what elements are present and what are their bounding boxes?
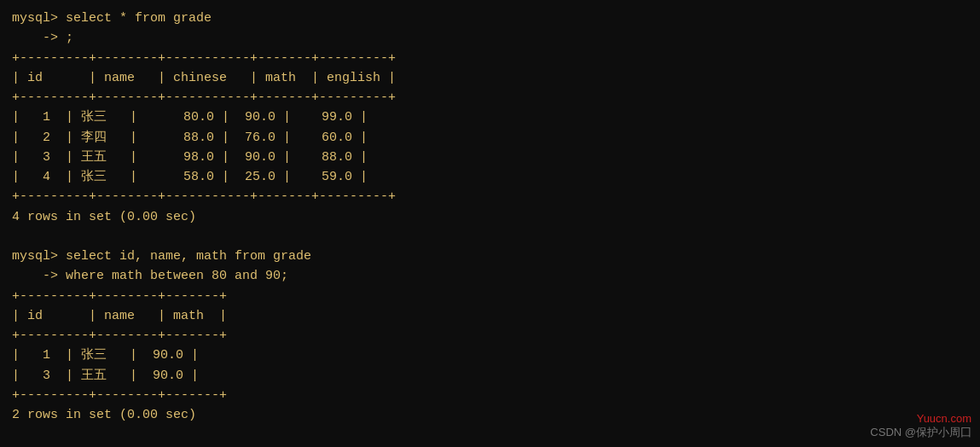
table1-row2: | 2 | 李四 | 88.0 | 76.0 | 60.0 | [12, 128, 968, 148]
table1-divider-bot: +---------+--------+-----------+-------+… [12, 187, 968, 206]
prompt1: mysql> [12, 11, 66, 26]
query1-continuation: -> ; [12, 28, 968, 48]
table2-row2: | 3 | 王五 | 90.0 | [12, 366, 968, 386]
table2-divider-top: +---------+--------+-------+ [12, 287, 968, 306]
watermark-block: Yuucn.com CSDN @保护小周囗 [870, 412, 971, 440]
query1-text: select * from grade [66, 11, 212, 26]
table1-row4: | 4 | 张三 | 58.0 | 25.0 | 59.0 | [12, 167, 968, 187]
table2-row1: | 1 | 张三 | 90.0 | [12, 345, 968, 365]
watermark-site: Yuucn.com [870, 412, 971, 425]
table2-divider-mid: +---------+--------+-------+ [12, 326, 968, 345]
table1-divider-mid: +---------+--------+-----------+-------+… [12, 88, 968, 107]
table2-divider-bot: +---------+--------+-------+ [12, 386, 968, 405]
query1-prompt-line: mysql> select * from grade [12, 9, 968, 28]
table1-header: | id | name | chinese | math | english | [12, 68, 968, 88]
terminal: mysql> select * from grade -> ; +-------… [0, 0, 980, 433]
query2-continuation: -> where math between 80 and 90; [12, 266, 968, 286]
table2-header: | id | name | math | [12, 306, 968, 326]
query2-text: select id, name, math from grade [66, 249, 311, 264]
table1-divider-top: +---------+--------+-----------+-------+… [12, 49, 968, 68]
table1-row3: | 3 | 王五 | 98.0 | 90.0 | 88.0 | [12, 148, 968, 167]
table1-row1: | 1 | 张三 | 80.0 | 90.0 | 99.0 | [12, 107, 968, 127]
query1-cont-text: -> ; [12, 31, 73, 45]
prompt2: mysql> [12, 249, 66, 264]
table2-result: 2 rows in set (0.00 sec) [12, 405, 968, 425]
query2-cont-text: -> where math between 80 and 90; [12, 269, 288, 283]
blank-line1 [12, 227, 968, 247]
query2-prompt-line: mysql> select id, name, math from grade [12, 247, 968, 266]
watermark-credit: CSDN @保护小周囗 [870, 425, 971, 440]
table1-result: 4 rows in set (0.00 sec) [12, 207, 968, 227]
